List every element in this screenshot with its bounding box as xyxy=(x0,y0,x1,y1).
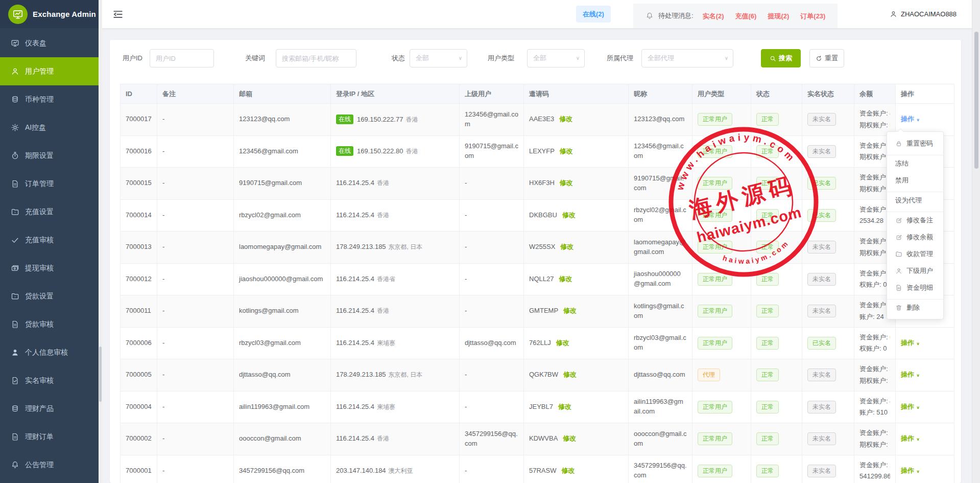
status-select[interactable]: 全部 ∨ xyxy=(410,49,467,67)
sidebar-menu: 仪表盘 用户管理 币种管理 AI控盘 期限设置 订单管理 充值设置 充值审核 提… xyxy=(0,28,99,479)
ip-region: 香港 xyxy=(377,307,389,314)
cell-invite-code: 762LLJ修改 xyxy=(524,327,629,359)
cell-status: 正常 xyxy=(751,359,802,392)
reset-button[interactable]: 重置 xyxy=(809,49,844,67)
ip-region: 香港 xyxy=(405,116,418,123)
sidebar-item-wealth-products[interactable]: 理财产品 xyxy=(0,395,99,423)
pending-link-2[interactable]: 提现(2) xyxy=(768,12,789,20)
menu-item-label: 修改备注 xyxy=(906,216,933,225)
sidebar-scrollbar[interactable] xyxy=(99,0,102,483)
modify-invite-link[interactable]: 修改 xyxy=(558,403,571,410)
sidebar-item-recharge-review[interactable]: 充值审核 xyxy=(0,226,99,254)
sidebar-item-announcement-management[interactable]: 公告管理 xyxy=(0,451,99,479)
row-action-link[interactable]: 操作∨ xyxy=(901,339,920,347)
username: ZHAOCAIMAO888 xyxy=(901,10,957,18)
sidebar-item-loan-review[interactable]: 贷款审核 xyxy=(0,310,99,338)
row-action-link[interactable]: 操作∨ xyxy=(901,403,920,410)
balance-line-2: 期权账户: xyxy=(859,151,890,163)
sidebar-item-user-management[interactable]: 用户管理 xyxy=(0,57,99,85)
cell-invite-code: QGK7BW修改 xyxy=(524,359,629,392)
pending-link-0[interactable]: 实名(2) xyxy=(703,12,724,20)
balance-line-1: 资金账户: xyxy=(859,140,890,152)
status-tag: 正常 xyxy=(756,177,779,190)
modify-invite-link[interactable]: 修改 xyxy=(556,339,569,347)
row-action-link[interactable]: 操作∨ xyxy=(901,115,920,123)
sidebar-item-label: 公告管理 xyxy=(25,461,54,470)
ip-region: 香港 xyxy=(377,435,389,442)
menu-item-edit-note[interactable]: 修改备注 xyxy=(887,212,943,228)
scrollbar-thumb[interactable] xyxy=(974,32,978,169)
balance-line-2: 2534.28 xyxy=(859,215,890,227)
balance-line-1: 资金账户: 2 xyxy=(859,459,890,471)
sidebar-item-term-settings[interactable]: 期限设置 xyxy=(0,142,99,170)
chevron-down-icon: ∨ xyxy=(916,341,920,347)
agent-select[interactable]: 全部代理 ∨ xyxy=(641,49,733,67)
table-row: 7000011 - kotlings@gmail.com 116.214.25.… xyxy=(121,295,954,328)
cell-note: - xyxy=(157,423,234,455)
cell-id: 7000006 xyxy=(121,327,157,359)
cell-email: djttasso@qq.com xyxy=(234,359,331,392)
sidebar-item-recharge-settings[interactable]: 充值设置 xyxy=(0,198,99,226)
sidebar-item-withdraw-review[interactable]: 提现审核 xyxy=(0,254,99,282)
modify-invite-link[interactable]: 修改 xyxy=(563,371,577,378)
modify-invite-link[interactable]: 修改 xyxy=(561,467,575,474)
modify-invite-link[interactable]: 修改 xyxy=(563,307,577,314)
modify-invite-link[interactable]: 修改 xyxy=(560,147,573,155)
realname-status-tag: 未实名 xyxy=(807,273,836,286)
menu-item-delete[interactable]: 删除 xyxy=(887,299,943,316)
page-scrollbar[interactable] xyxy=(972,0,980,483)
cell-status: 正常 xyxy=(751,423,802,455)
sidebar-item-wealth-orders[interactable]: 理财订单 xyxy=(0,423,99,451)
menu-item-disable[interactable]: 禁用 xyxy=(887,172,943,189)
modify-invite-link[interactable]: 修改 xyxy=(562,211,576,219)
pending-link-3[interactable]: 订单(23) xyxy=(800,12,825,20)
menu-item-sub-users[interactable]: 下级用户 xyxy=(887,262,943,279)
invite-code: DKBGBU xyxy=(529,211,557,219)
online-status-badge[interactable]: 在线(2) xyxy=(576,6,611,22)
search-button[interactable]: 搜索 xyxy=(761,49,801,67)
online-badge: 在线 xyxy=(336,146,353,156)
sidebar-item-order-management[interactable]: 订单管理 xyxy=(0,170,99,198)
menu-item-fund-details[interactable]: 资金明细 xyxy=(887,279,943,296)
status-tag: 正常 xyxy=(756,401,779,413)
exchange-admin-app: Exchange Admin 仪表盘 用户管理 币种管理 AI控盘 期限设置 订… xyxy=(0,0,980,483)
sidebar-item-dashboard[interactable]: 仪表盘 xyxy=(0,29,99,57)
bell-icon xyxy=(11,461,19,469)
row-action-link[interactable]: 操作∨ xyxy=(901,371,920,378)
user-type-select[interactable]: 全部 ∨ xyxy=(527,49,585,67)
modify-invite-link[interactable]: 修改 xyxy=(559,115,572,123)
cell-status: 正常 xyxy=(751,327,802,359)
ip-region: 东京都, 日本 xyxy=(389,243,423,250)
row-action-link[interactable]: 操作∨ xyxy=(901,434,920,442)
menu-item-freeze[interactable]: 冻结 xyxy=(887,155,943,172)
modify-invite-link[interactable]: 修改 xyxy=(563,434,576,442)
lock-icon xyxy=(895,140,902,147)
pending-link-1[interactable]: 充值(6) xyxy=(735,12,757,20)
account-menu[interactable]: ZHAOCAIMAO888 xyxy=(890,0,957,28)
menu-item-set-as-agent[interactable]: 设为代理 xyxy=(887,192,943,209)
modify-invite-link[interactable]: 修改 xyxy=(560,243,573,250)
sidebar-item-personal-info-review[interactable]: 个人信息审核 xyxy=(0,338,99,366)
menu-item-edit-balance[interactable]: 修改余额 xyxy=(887,228,943,245)
user-icon xyxy=(890,10,897,18)
menu-item-reset-password[interactable]: 重置密码 xyxy=(887,135,943,152)
sidebar-item-loan-settings[interactable]: 贷款设置 xyxy=(0,282,99,310)
modify-invite-link[interactable]: 修改 xyxy=(559,275,572,283)
collapse-menu-icon[interactable] xyxy=(112,9,124,20)
table-row: 7000017 - 123123@qq.com 在线169.150.222.77… xyxy=(121,104,954,136)
table-header-cell: 登录IP / 地区 xyxy=(331,84,460,104)
scrollbar-thumb[interactable] xyxy=(99,347,102,402)
user-id-input[interactable] xyxy=(150,49,214,67)
sidebar-item-ai-control[interactable]: AI控盘 xyxy=(0,113,99,142)
keyword-input[interactable] xyxy=(276,49,356,67)
menu-item-payment-management[interactable]: 收款管理 xyxy=(887,245,943,262)
modify-invite-link[interactable]: 修改 xyxy=(560,179,573,187)
sidebar-item-realname-review[interactable]: 实名审核 xyxy=(0,366,99,395)
coins-icon xyxy=(11,95,19,104)
balance-line-2: 期权账户: xyxy=(859,439,890,451)
cell-parent-user: - xyxy=(460,168,524,200)
table-header-cell: 实名状态 xyxy=(802,84,854,104)
row-action-link[interactable]: 操作∨ xyxy=(901,467,920,474)
sidebar-item-currency-management[interactable]: 币种管理 xyxy=(0,85,99,113)
table-row: 7000006 - rbzycl03@gmail.com 116.214.25.… xyxy=(121,327,954,359)
